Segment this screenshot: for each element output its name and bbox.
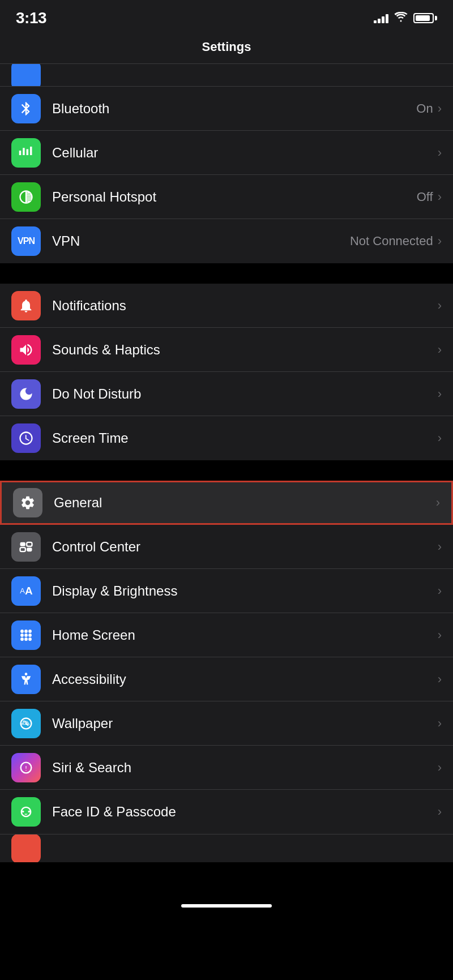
section-system: Notifications › Sounds & Haptics › Do <box>0 284 453 460</box>
cellular-icon <box>11 138 41 168</box>
wallpaper-icon <box>11 709 41 738</box>
bottom-partial-icon <box>11 834 41 862</box>
screentime-chevron: › <box>438 431 442 446</box>
cellular-label: Cellular <box>52 145 98 161</box>
partial-icon <box>11 64 41 87</box>
homescreen-label: Home Screen <box>52 627 135 643</box>
donotdisturb-chevron: › <box>438 387 442 401</box>
settings-row-control-center[interactable]: Control Center › <box>0 525 453 569</box>
svg-point-14 <box>23 720 25 723</box>
faceid-icon <box>11 797 41 827</box>
controlcenter-label: Control Center <box>52 539 140 555</box>
hotspot-label: Personal Hotspot <box>52 189 156 205</box>
settings-row-screen-time[interactable]: Screen Time › <box>0 416 453 460</box>
hotspot-chevron: › <box>438 190 442 204</box>
general-chevron: › <box>436 495 440 510</box>
settings-row-display-brightness[interactable]: AA Display & Brightness › <box>0 569 453 613</box>
settings-row-cellular[interactable]: Cellular › <box>0 131 453 175</box>
homescreen-icon <box>11 620 41 650</box>
bottom-partial-row <box>0 834 453 862</box>
svg-point-12 <box>28 637 32 641</box>
wallpaper-chevron: › <box>438 716 442 731</box>
display-icon: AA <box>11 576 41 606</box>
vpn-icon: VPN <box>11 226 41 256</box>
nav-header: Settings <box>0 34 453 64</box>
status-bar: 3:13 <box>0 0 453 34</box>
settings-row-face-id[interactable]: Face ID & Passcode › <box>0 790 453 834</box>
accessibility-chevron: › <box>438 672 442 687</box>
battery-icon <box>413 13 437 23</box>
hotspot-icon <box>11 182 41 212</box>
svg-point-9 <box>28 634 32 637</box>
settings-row-vpn[interactable]: VPN VPN Not Connected › <box>0 219 453 263</box>
status-icons <box>374 11 437 25</box>
settings-row-notifications[interactable]: Notifications › <box>0 284 453 328</box>
accessibility-label: Accessibility <box>52 671 126 687</box>
section-gap-1 <box>0 263 453 284</box>
screentime-label: Screen Time <box>52 430 129 446</box>
svg-point-6 <box>28 630 32 633</box>
settings-row-siri-search[interactable]: Siri & Search › <box>0 746 453 790</box>
home-indicator-area <box>0 862 453 919</box>
donotdisturb-icon <box>11 379 41 409</box>
bluetooth-chevron: › <box>438 101 442 116</box>
svg-point-8 <box>24 634 28 637</box>
donotdisturb-label: Do Not Disturb <box>52 386 141 402</box>
sounds-chevron: › <box>438 343 442 357</box>
cellular-chevron: › <box>438 145 442 160</box>
partial-row <box>0 64 453 87</box>
home-indicator <box>181 904 272 908</box>
settings-row-bluetooth[interactable]: Bluetooth On › <box>0 87 453 131</box>
settings-row-home-screen[interactable]: Home Screen › <box>0 613 453 657</box>
settings-row-sounds[interactable]: Sounds & Haptics › <box>0 328 453 372</box>
section-personalization: General › Control Center › AA <box>0 481 453 834</box>
bluetooth-label: Bluetooth <box>52 101 109 117</box>
status-time: 3:13 <box>16 9 46 27</box>
display-label: Display & Brightness <box>52 583 177 599</box>
settings-row-wallpaper[interactable]: Wallpaper › <box>0 701 453 746</box>
settings-row-general[interactable]: General › <box>0 481 453 525</box>
siri-icon <box>11 753 41 782</box>
display-chevron: › <box>438 584 442 598</box>
faceid-label: Face ID & Passcode <box>52 804 176 820</box>
general-icon <box>13 488 42 517</box>
screentime-icon <box>11 423 41 453</box>
bluetooth-value: On <box>416 101 433 116</box>
sounds-icon <box>11 335 41 365</box>
hotspot-value: Off <box>417 190 433 204</box>
svg-rect-1 <box>27 542 32 546</box>
vpn-label: VPN <box>52 233 80 249</box>
controlcenter-chevron: › <box>438 540 442 554</box>
svg-point-11 <box>24 637 28 641</box>
faceid-chevron: › <box>438 804 442 819</box>
section-connectivity: Bluetooth On › Cellular › Pers <box>0 87 453 263</box>
controlcenter-icon <box>11 532 41 562</box>
sounds-label: Sounds & Haptics <box>52 342 160 358</box>
vpn-value: Not Connected <box>350 234 433 249</box>
settings-row-do-not-disturb[interactable]: Do Not Disturb › <box>0 372 453 416</box>
svg-rect-2 <box>20 547 25 551</box>
homescreen-chevron: › <box>438 628 442 643</box>
svg-rect-0 <box>20 542 25 546</box>
siri-label: Siri & Search <box>52 760 131 776</box>
page-title: Settings <box>202 40 251 54</box>
accessibility-icon <box>11 665 41 694</box>
signal-icon <box>374 13 388 23</box>
general-label: General <box>54 495 102 511</box>
wifi-icon <box>394 11 408 25</box>
siri-chevron: › <box>438 760 442 775</box>
vpn-chevron: › <box>438 234 442 249</box>
settings-row-personal-hotspot[interactable]: Personal Hotspot Off › <box>0 175 453 219</box>
svg-point-4 <box>20 630 24 633</box>
notifications-icon <box>11 291 41 320</box>
svg-rect-3 <box>27 547 32 551</box>
section-gap-2 <box>0 460 453 481</box>
notifications-label: Notifications <box>52 298 126 314</box>
notifications-chevron: › <box>438 298 442 313</box>
settings-row-accessibility[interactable]: Accessibility › <box>0 657 453 701</box>
wallpaper-label: Wallpaper <box>52 716 113 731</box>
bluetooth-icon <box>11 94 41 123</box>
svg-point-10 <box>20 637 24 641</box>
svg-point-13 <box>25 673 28 675</box>
svg-point-5 <box>24 630 28 633</box>
